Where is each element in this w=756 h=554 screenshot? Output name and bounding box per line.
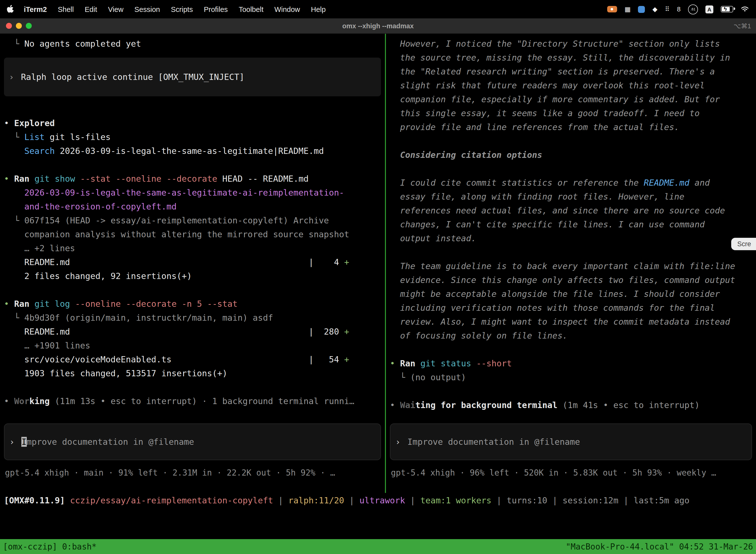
pane-bottom-left: › Improve documentation in @filename gpt…: [4, 424, 385, 493]
terminal-line: [390, 384, 756, 398]
text-segment: session:12m: [563, 495, 618, 505]
terminal-line: [390, 245, 756, 259]
menu-item[interactable]: Session: [129, 5, 166, 13]
text-segment: git status: [421, 358, 471, 368]
terminal-line: might be acceptable alongside the file l…: [390, 287, 756, 301]
text-segment: |: [405, 495, 420, 505]
terminal-line: 2 files changed, 92 insertions(+): [4, 269, 385, 283]
terminal-line: [390, 162, 756, 176]
terminal-line: The team guideline is to back every impo…: [390, 259, 756, 273]
menu-item[interactable]: Window: [269, 5, 305, 13]
text-segment: Considering citation options: [390, 150, 542, 160]
text-segment: [29, 299, 35, 309]
text-segment: |: [273, 495, 288, 505]
terminal-line: [OMX#0.11.9] cczip/essay/ai-reimplementa…: [4, 493, 756, 508]
text-segment: changes, I can't cite specific file line…: [390, 219, 705, 229]
battery-icon[interactable]: ϟ: [721, 6, 733, 12]
terminal-line: changes, I can't cite specific file line…: [390, 217, 756, 231]
text-segment: of focusing solely on file lines.: [390, 331, 567, 340]
prompt-input-right[interactable]: › Improve documentation in @filename: [390, 424, 752, 460]
text-segment: |: [618, 495, 633, 505]
tmux-pane-right[interactable]: However, I noticed the "Directory Struct…: [386, 34, 756, 493]
text-segment: evidence. Since this change only affects…: [390, 275, 735, 285]
text-segment: [4, 146, 24, 156]
text-segment: •: [390, 400, 400, 410]
text-segment: [471, 358, 477, 368]
text-segment: [172, 354, 309, 365]
agent-log-right: However, I noticed the "Directory Struct…: [390, 37, 756, 412]
terminal-line: … +2 lines: [4, 241, 385, 255]
terminal-line: └ No agents completed yet: [4, 37, 385, 51]
terminal-line: • Waiting for background terminal (1m 41…: [390, 398, 756, 412]
menu-item[interactable]: Scripts: [166, 5, 198, 13]
text-segment: Explored: [14, 118, 55, 128]
terminal-line: I could cite commit statistics or refere…: [390, 176, 756, 189]
text-segment: review. Also, I might want to inspect th…: [390, 317, 730, 327]
phone-icon[interactable]: 8: [677, 5, 681, 13]
text-segment: src/voice/voiceModeEnabled.ts: [4, 354, 172, 365]
screen-recording-indicator-icon[interactable]: [607, 6, 617, 12]
gauge-icon[interactable]: .61: [688, 4, 698, 14]
prompt-input-left[interactable]: › Improve documentation in @filename: [4, 424, 381, 460]
text-segment: git ls-files: [45, 132, 111, 142]
banner-text: Ralph loop active continue [OMX_TMUX_INJ…: [21, 72, 245, 82]
input-source-icon[interactable]: A: [705, 5, 713, 13]
text-segment: | 280: [309, 327, 344, 337]
terminal-line: [4, 283, 385, 297]
text-segment: •: [390, 358, 400, 368]
menu-item[interactable]: Help: [306, 5, 331, 13]
menu-item[interactable]: View: [103, 5, 129, 13]
terminal-line: review. Also, I might want to inspect th…: [390, 315, 756, 329]
apple-menu-icon[interactable]: [7, 5, 14, 13]
terminal-line: [4, 380, 385, 394]
text-segment: +: [344, 257, 350, 267]
text-segment: └: [4, 313, 24, 323]
text-segment: (11m 13s • esc to interrupt) · 1 backgro…: [50, 396, 354, 406]
text-segment: --short: [476, 358, 512, 368]
menu-item[interactable]: iTerm2: [18, 5, 52, 13]
text-segment: •: [4, 299, 14, 309]
terminal-line: [390, 342, 756, 356]
text-segment: Wai: [400, 400, 415, 410]
text-segment: HEAD -- README.md: [217, 174, 309, 184]
text-segment: The team guideline is to back every impo…: [390, 261, 735, 271]
app-icon-blue[interactable]: [638, 6, 645, 13]
text-segment: Wor: [14, 396, 29, 406]
terminal-line: └ List git ls-files: [4, 130, 385, 144]
text-segment: └: [390, 372, 410, 382]
text-segment: (no output): [410, 372, 466, 382]
omx-status-line: [OMX#0.11.9] cczip/essay/ai-reimplementa…: [0, 493, 756, 508]
tmux-pane-left[interactable]: └ No agents completed yet › Ralph loop a…: [0, 34, 385, 493]
text-segment: |: [548, 495, 563, 505]
menu-item[interactable]: Profiles: [198, 5, 233, 13]
wifi-icon[interactable]: [741, 6, 749, 12]
window-shortcut-badge: ⌥⌘1: [734, 22, 756, 30]
terminal-line: provide file and line references from th…: [390, 120, 756, 134]
apps-grid-icon[interactable]: ⠿: [665, 5, 670, 13]
text-segment: 1903 files changed, 513517 insertions(+): [4, 368, 228, 378]
menu-item[interactable]: Toolbelt: [233, 5, 269, 13]
text-segment: |: [344, 495, 359, 505]
terminal-line: └ 4b9d30f (origin/main, instructkr/main,…: [4, 311, 385, 325]
terminal-line: README.md | 4 +: [4, 255, 385, 269]
terminal-line: 2026-03-09-is-legal-the-same-as-legitima…: [4, 186, 385, 200]
menu-item[interactable]: Shell: [52, 5, 79, 13]
text-segment: └: [4, 215, 24, 225]
text-segment: --stat --oneline --decorate: [80, 174, 217, 184]
diamond-icon[interactable]: ◆: [652, 5, 657, 13]
grid-icon[interactable]: ▦: [625, 5, 631, 13]
terminal-line: and-the-erosion-of-copyleft.md: [4, 200, 385, 214]
terminal-line: • Ran git show --stat --oneline --decora…: [4, 172, 385, 186]
agents-note-block: └ No agents completed yet: [4, 37, 385, 51]
text-segment: git log: [35, 299, 70, 309]
terminal-line: • Ran git status --short: [390, 356, 756, 370]
notification-toast[interactable]: Scre: [731, 238, 756, 250]
terminal-line: of focusing solely on file lines.: [390, 329, 756, 342]
window-title-bar[interactable]: omx --xhigh --madmax ⌥⌘1: [0, 18, 756, 34]
bottom-gap: [0, 508, 756, 539]
text-segment: the "Related research writing" section i…: [390, 66, 715, 76]
terminal-line: Considering citation options: [390, 148, 756, 162]
text-segment: README.md: [4, 327, 70, 337]
tmux-status-bar[interactable]: [omx-cczip] 0:bash* "MacBook-Pro-44.loca…: [0, 539, 756, 554]
menu-item[interactable]: Edit: [79, 5, 103, 13]
